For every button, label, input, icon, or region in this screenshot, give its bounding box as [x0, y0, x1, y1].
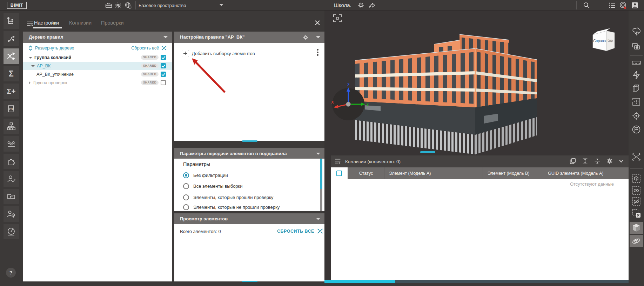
tab-checks[interactable]: Проверки: [101, 20, 124, 26]
panel-menu-icon[interactable]: [26, 20, 34, 27]
approvals-tool[interactable]: [4, 171, 19, 187]
chevron-down-icon[interactable]: [618, 158, 624, 164]
workspace-selector[interactable]: Базовое пространство: [139, 3, 186, 8]
assignments-tool[interactable]: [4, 206, 19, 222]
charts-tool[interactable]: [4, 136, 19, 152]
account-icon[interactable]: [631, 1, 639, 9]
summary-plus-tool[interactable]: Σ+: [4, 84, 19, 99]
expand-tree-link[interactable]: Развернуть дерево: [35, 46, 74, 51]
tree-row-check-group[interactable]: Группа проверок SHARED: [23, 79, 172, 87]
frame-capture-icon[interactable]: [333, 13, 342, 23]
column-guid-a[interactable]: GUID элемента (Модель A): [543, 167, 629, 179]
collisions-resize-grip[interactable]: [420, 151, 435, 153]
plugins-tool[interactable]: [4, 154, 19, 169]
share-icon[interactable]: [368, 1, 376, 9]
drawings-2d-tool[interactable]: 2D: [4, 101, 19, 117]
fit-rows-height-icon[interactable]: [581, 157, 589, 165]
collision-rules-tool[interactable]: [4, 48, 19, 64]
summary-tool[interactable]: Σ: [4, 66, 19, 81]
collapse-caret-icon[interactable]: [316, 153, 320, 155]
params-scrollbar[interactable]: [320, 159, 322, 211]
select-all-checkbox[interactable]: [336, 171, 342, 176]
relations-tool[interactable]: [4, 31, 19, 46]
hide-elements-tool[interactable]: [631, 196, 642, 207]
sequence-tool[interactable]: [631, 150, 642, 164]
tree-row-ar-vk-clarify[interactable]: АР_ВК_уточнение SHARED: [23, 70, 172, 79]
tab-collisions[interactable]: Коллизии: [69, 20, 92, 26]
clash-flash-tool[interactable]: [631, 70, 642, 80]
project-settings-gear-icon[interactable]: [357, 1, 365, 9]
select-all-cell[interactable]: [331, 167, 348, 179]
floorplan-tool[interactable]: [631, 97, 642, 107]
dashboard-tool[interactable]: [4, 224, 19, 239]
radio-icon[interactable]: [183, 194, 189, 200]
workspace-caret-icon[interactable]: [220, 4, 223, 6]
radio-selected-icon[interactable]: [183, 172, 189, 178]
row-checkbox[interactable]: [161, 72, 166, 77]
radio-option-no-filter[interactable]: Без фильтрации: [174, 171, 324, 180]
collapse-caret-icon[interactable]: [316, 218, 320, 220]
tree-row-ar-vk[interactable]: АР_ВК SHARED: [23, 62, 172, 70]
transfer-params-header[interactable]: Параметры передачи элементов в подправил…: [174, 148, 324, 159]
tree-row-collision-group[interactable]: Группа коллизий SHARED: [23, 53, 172, 62]
rule-menu-kebab-icon[interactable]: [317, 48, 319, 57]
locate-tool[interactable]: [631, 111, 642, 121]
import-tool[interactable]: [4, 189, 19, 204]
preview-reset-all-link[interactable]: СБРОСИТЬ ВСЁ: [277, 228, 323, 234]
section-box-tool[interactable]: [631, 83, 642, 94]
notifications-bell-icon[interactable]: [619, 1, 627, 9]
environment-tool[interactable]: [631, 26, 642, 37]
rule-tree-header[interactable]: Дерево правил: [23, 32, 172, 43]
column-element-b[interactable]: Элемент (Модель B): [483, 167, 543, 179]
scrollbar-thumb[interactable]: [320, 159, 322, 189]
table-settings-gear-icon[interactable]: [606, 157, 613, 165]
add-selection-button[interactable]: [182, 50, 189, 57]
radio-icon[interactable]: [183, 183, 189, 189]
close-icon[interactable]: [314, 20, 321, 26]
expanded-caret-icon[interactable]: [31, 65, 35, 67]
search-icon[interactable]: [583, 1, 590, 9]
radio-icon[interactable]: [183, 204, 189, 210]
rule-settings-header[interactable]: Настройка правила "АР_ВК": [174, 32, 324, 43]
row-checkbox[interactable]: [161, 63, 166, 68]
collapse-rows-icon[interactable]: [593, 157, 601, 165]
radio-option-failed[interactable]: Элементы, которые не прошли проверку: [174, 203, 324, 211]
preview-header[interactable]: Просмотр элементов: [174, 213, 324, 225]
help-button[interactable]: ?: [6, 268, 16, 278]
isolate-elements-tool[interactable]: [631, 173, 642, 184]
column-status[interactable]: Статус: [348, 167, 384, 179]
resize-grip[interactable]: [242, 281, 257, 282]
expanded-caret-icon[interactable]: [29, 57, 32, 59]
structure-tool[interactable]: [4, 119, 19, 134]
collapsed-caret-icon[interactable]: [29, 81, 31, 85]
reset-all-link[interactable]: Сбросить всё: [131, 46, 167, 51]
flag-marker-tool[interactable]: [631, 124, 642, 135]
list-menu-icon[interactable]: [608, 1, 616, 9]
viewport-3d[interactable]: Справа Сзади Z Y X Коллизии (количество:…: [324, 11, 629, 283]
shaded-view-tool[interactable]: [630, 222, 643, 234]
deselect-elements-tool[interactable]: [631, 208, 642, 219]
team-icon[interactable]: [114, 1, 122, 9]
panel-menu-icon[interactable]: [334, 158, 342, 165]
measure-tool[interactable]: [631, 57, 642, 68]
resize-grip[interactable]: [242, 140, 257, 142]
copy-icon[interactable]: [569, 157, 577, 165]
expand-tree-icon[interactable]: [28, 45, 33, 51]
radio-option-all-elements[interactable]: Все элементы выборки: [174, 181, 324, 191]
projects-icon[interactable]: [105, 1, 113, 9]
nav-cube[interactable]: Справа Сзади: [589, 26, 621, 55]
collapse-caret-icon[interactable]: [316, 36, 320, 38]
show-elements-tool[interactable]: [631, 185, 642, 196]
row-checkbox[interactable]: [161, 55, 166, 60]
globe-status-icon[interactable]: [124, 1, 132, 9]
rule-gear-icon[interactable]: [302, 34, 309, 41]
axis-gizmo[interactable]: Z Y X: [327, 83, 369, 125]
selection-sets-tool[interactable]: [631, 41, 642, 52]
collapse-caret-icon[interactable]: [163, 36, 168, 38]
orbit-view-tool[interactable]: [630, 235, 643, 247]
row-checkbox[interactable]: [161, 80, 166, 85]
tab-settings[interactable]: Настройки: [34, 20, 59, 26]
model-tree-tool[interactable]: [4, 13, 19, 29]
radio-option-passed[interactable]: Элементы, которые прошли проверку: [174, 193, 324, 202]
column-element-a[interactable]: Элемент (Модель A): [384, 167, 483, 179]
